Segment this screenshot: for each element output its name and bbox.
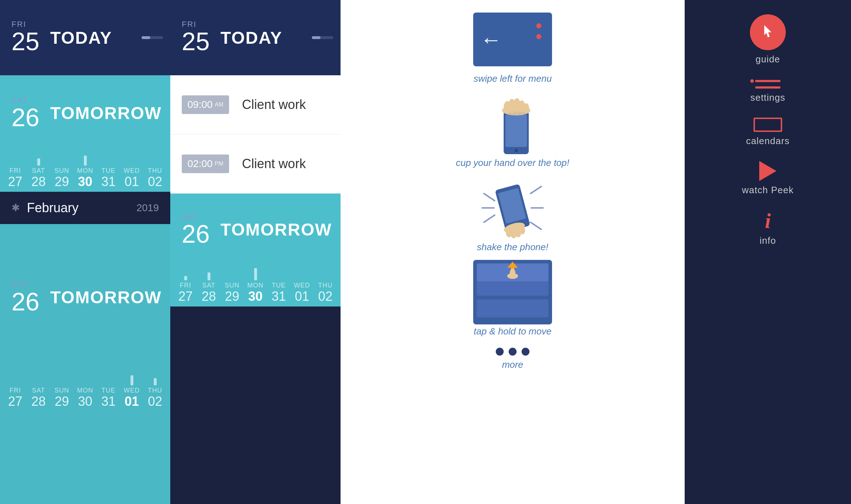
svg-point-28 bbox=[510, 268, 515, 279]
today-block-left: FRI 25 TODAY bbox=[0, 0, 170, 75]
guide-icon-circle bbox=[750, 14, 786, 50]
more-text: more bbox=[502, 359, 523, 370]
mid-col-thu[interactable]: THU 02 bbox=[315, 282, 336, 304]
sidebar-item-calendars[interactable]: calendars bbox=[746, 118, 790, 147]
more-dot-3 bbox=[522, 348, 529, 356]
tomorrow-label-left: TOMORROW bbox=[50, 103, 162, 123]
svg-line-14 bbox=[531, 222, 541, 229]
progress-bar-left bbox=[142, 36, 163, 39]
month-block-left[interactable]: ✱ February 2019 bbox=[0, 192, 170, 224]
week-col-tue[interactable]: TUE 31 bbox=[98, 167, 119, 189]
week-name-sun: SUN bbox=[51, 167, 73, 175]
tomorrow-block-left: SAT 26 TOMORROW bbox=[0, 75, 170, 151]
week2-col-sat[interactable]: SAT 28 bbox=[28, 387, 49, 409]
info-label: info bbox=[760, 235, 776, 246]
shake-text: shake the phone! bbox=[477, 242, 548, 253]
week-col-fri[interactable]: FRI 27 bbox=[5, 167, 26, 189]
event-item-2[interactable]: 02:00 PM Client work bbox=[170, 134, 341, 194]
mid-bar-sat bbox=[208, 272, 210, 280]
swipe-dots bbox=[536, 23, 541, 39]
calendars-icon bbox=[753, 118, 782, 132]
mid-name-thu: THU bbox=[315, 282, 336, 289]
event-time-val-2: 02:00 bbox=[187, 158, 213, 170]
week-indicators-left-2 bbox=[0, 375, 170, 385]
mid-num-29: 29 bbox=[222, 289, 243, 304]
event-ampm-1: AM bbox=[215, 101, 223, 108]
week-days-mid: FRI 27 SAT 28 SUN 29 MON 30 TUE 31 WED 0… bbox=[170, 282, 341, 304]
mid-num-28: 28 bbox=[198, 289, 220, 304]
week2-num-29: 29 bbox=[51, 394, 73, 409]
dark-block-mid bbox=[170, 306, 341, 504]
progress-fill-mid bbox=[312, 36, 320, 39]
sidebar-item-info[interactable]: i info bbox=[760, 210, 776, 246]
mid-col-sun[interactable]: SUN 29 bbox=[222, 282, 243, 304]
tomorrow-block-left-2: SAT 26 TOMORROW bbox=[0, 224, 170, 371]
week2-num-28: 28 bbox=[28, 394, 49, 409]
week2-num-27: 27 bbox=[5, 394, 26, 409]
week-col-sat[interactable]: SAT 28 bbox=[28, 167, 49, 189]
week2-col-thu[interactable]: THU 02 bbox=[144, 387, 166, 409]
week-num-28: 28 bbox=[28, 175, 49, 189]
events-area: 09:00 AM Client work 02:00 PM Client wor… bbox=[170, 75, 341, 194]
mid-ind-0 bbox=[175, 276, 196, 280]
ind2-slot-5 bbox=[121, 375, 143, 385]
swipe-dot-2 bbox=[536, 34, 541, 39]
taphold-section: tap & hold to move bbox=[355, 263, 670, 337]
week-row-left-2: FRI 27 SAT 28 SUN 29 MON 30 TUE 31 WED 0… bbox=[0, 370, 170, 504]
cup-svg bbox=[488, 90, 538, 158]
ind2-slot-6 bbox=[144, 378, 166, 385]
sidebar-item-guide[interactable]: guide bbox=[750, 14, 786, 65]
mid-name-mon: MON bbox=[245, 282, 266, 289]
sidebar-item-settings[interactable]: settings bbox=[750, 79, 785, 103]
mid-ind-3 bbox=[245, 268, 266, 280]
mid-col-mon[interactable]: MON 30 bbox=[245, 282, 266, 304]
week2-name-fri: FRI bbox=[5, 387, 26, 394]
week-col-thu[interactable]: THU 02 bbox=[144, 167, 166, 189]
play-icon bbox=[759, 161, 776, 181]
tomorrow-label-left-2: TOMORROW bbox=[50, 287, 162, 307]
mid-num-02: 02 bbox=[315, 289, 336, 304]
week-num-01: 01 bbox=[121, 175, 143, 189]
h-dot-1 bbox=[750, 79, 754, 83]
mid-col-sat[interactable]: SAT 28 bbox=[198, 282, 220, 304]
settings-lines bbox=[754, 86, 782, 89]
settings-icon bbox=[750, 79, 785, 83]
week2-col-mon[interactable]: MON 30 bbox=[75, 387, 96, 409]
info-icon: i bbox=[765, 210, 771, 232]
event-item-1[interactable]: 09:00 AM Client work bbox=[170, 75, 341, 134]
week-row-mid: FRI 27 SAT 28 SUN 29 MON 30 TUE 31 WED 0… bbox=[170, 265, 341, 306]
svg-rect-16 bbox=[498, 188, 526, 224]
mid-bar-fri bbox=[184, 276, 187, 280]
week-name-wed: WED bbox=[121, 167, 143, 175]
week-indicators-mid bbox=[170, 270, 341, 280]
svg-rect-1 bbox=[505, 115, 527, 147]
sidebar-item-watch-peek[interactable]: watch Peek bbox=[742, 161, 794, 196]
week2-col-fri[interactable]: FRI 27 bbox=[5, 387, 26, 409]
today-block-mid: FRI 25 TODAY bbox=[170, 0, 341, 75]
week2-col-sun[interactable]: SUN 29 bbox=[51, 387, 73, 409]
pointer-icon bbox=[757, 22, 779, 43]
shake-section: shake the phone! bbox=[355, 179, 670, 253]
week-col-sun[interactable]: SUN 29 bbox=[51, 167, 73, 189]
h-line-1 bbox=[755, 80, 780, 82]
week-col-wed[interactable]: WED 01 bbox=[121, 167, 143, 189]
week-name-tue: TUE bbox=[98, 167, 119, 175]
week-col-mon[interactable]: MON 30 bbox=[75, 167, 96, 189]
mid-col-fri[interactable]: FRI 27 bbox=[175, 282, 196, 304]
more-section: more bbox=[355, 348, 670, 370]
week-name-mon: MON bbox=[75, 167, 96, 175]
week2-col-tue[interactable]: TUE 31 bbox=[98, 387, 119, 409]
svg-rect-24 bbox=[477, 299, 548, 317]
mid-num-30: 30 bbox=[245, 289, 266, 304]
mid-col-tue[interactable]: TUE 31 bbox=[268, 282, 290, 304]
week-num-31: 31 bbox=[98, 175, 119, 189]
mid-num-01: 01 bbox=[291, 289, 313, 304]
week2-col-wed[interactable]: WED 01 bbox=[121, 387, 143, 409]
swipe-text: swipe left for menu bbox=[474, 73, 552, 84]
mid-col-wed[interactable]: WED 01 bbox=[291, 282, 313, 304]
right-sidebar: guide settings calendars watch Peek i in… bbox=[685, 0, 851, 504]
week2-name-sun: SUN bbox=[51, 387, 73, 394]
progress-fill-left bbox=[142, 36, 150, 39]
mid-name-sat: SAT bbox=[198, 282, 220, 289]
swipe-arrow-icon: ← bbox=[480, 27, 502, 52]
